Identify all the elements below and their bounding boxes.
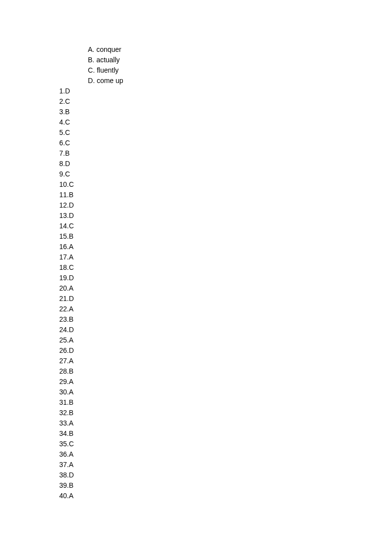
- answer-number: 24: [59, 326, 67, 334]
- option-letter: C: [88, 66, 93, 74]
- answer-number: 28: [59, 367, 67, 375]
- answer-number: 37: [59, 461, 67, 469]
- answer-letter: A: [69, 305, 73, 313]
- answer-item: 30.A: [59, 387, 123, 397]
- answer-number: 10: [59, 180, 67, 188]
- answer-item: 26.D: [59, 345, 123, 356]
- option-item: D. come up: [59, 76, 123, 86]
- answer-item: 38.D: [59, 470, 123, 480]
- answer-item: 28.B: [59, 366, 123, 377]
- answer-letter: A: [69, 253, 73, 261]
- answer-letter: C: [65, 118, 70, 126]
- answers-list: 1.D2.C3.B4.C5.C6.C7.B8.D9.C10.C11.B12.D1…: [59, 86, 123, 501]
- answer-number: 5: [59, 128, 63, 136]
- answer-letter: B: [69, 315, 73, 323]
- answer-item: 20.A: [59, 283, 123, 294]
- option-separator: .: [92, 56, 96, 64]
- answer-number: 40: [59, 492, 67, 500]
- answer-number: 14: [59, 222, 67, 230]
- answer-item: 14.C: [59, 221, 123, 231]
- option-separator: .: [93, 77, 97, 85]
- answer-item: 29.A: [59, 377, 123, 387]
- answer-letter: D: [69, 274, 74, 282]
- option-text: conquer: [96, 45, 121, 53]
- answer-item: 12.D: [59, 200, 123, 211]
- answer-letter: D: [65, 87, 70, 95]
- answer-letter: B: [69, 398, 73, 406]
- answer-number: 23: [59, 315, 67, 323]
- answer-number: 33: [59, 419, 67, 427]
- answer-item: 3.B: [59, 107, 123, 117]
- answer-letter: B: [65, 149, 70, 157]
- answer-letter: D: [65, 160, 70, 168]
- option-letter: D: [88, 77, 93, 85]
- answer-item: 32.B: [59, 408, 123, 418]
- answer-letter: A: [69, 388, 73, 396]
- answer-number: 20: [59, 284, 67, 292]
- answer-item: 10.C: [59, 179, 123, 190]
- option-item: A. conquer: [59, 44, 123, 55]
- answer-item: 31.B: [59, 397, 123, 408]
- answer-letter: C: [69, 180, 74, 188]
- answer-letter: B: [69, 409, 73, 417]
- answer-letter: A: [69, 284, 73, 292]
- option-separator: .: [93, 66, 97, 74]
- answer-item: 17.A: [59, 252, 123, 262]
- answer-letter: A: [69, 419, 73, 427]
- answer-number: 38: [59, 471, 67, 479]
- option-letter: B: [88, 56, 92, 64]
- answer-number: 2: [59, 97, 63, 105]
- answer-letter: B: [65, 108, 70, 116]
- option-item: C. fluently: [59, 65, 123, 76]
- answer-letter: C: [65, 170, 70, 178]
- answer-letter: C: [69, 263, 74, 271]
- answer-letter: D: [69, 326, 74, 334]
- answer-number: 39: [59, 481, 67, 489]
- answer-item: 11.B: [59, 190, 123, 200]
- answer-letter: A: [69, 461, 73, 469]
- answer-letter: A: [69, 492, 73, 500]
- answer-letter: C: [69, 222, 74, 230]
- answer-number: 27: [59, 357, 67, 365]
- answer-item: 33.A: [59, 418, 123, 428]
- answer-letter: A: [69, 450, 73, 458]
- answer-number: 6: [59, 139, 63, 147]
- answer-number: 22: [59, 305, 67, 313]
- answer-letter: B: [69, 232, 73, 240]
- answer-item: 40.A: [59, 491, 123, 501]
- answer-number: 15: [59, 232, 67, 240]
- answer-item: 18.C: [59, 262, 123, 273]
- option-separator: .: [92, 45, 96, 53]
- answer-letter: A: [69, 357, 73, 365]
- answer-number: 36: [59, 450, 67, 458]
- answer-number: 34: [59, 429, 67, 437]
- answer-item: 19.D: [59, 273, 123, 283]
- answer-item: 24.D: [59, 325, 123, 335]
- answer-item: 37.A: [59, 460, 123, 470]
- answer-item: 5.C: [59, 128, 123, 138]
- answer-item: 13.D: [59, 211, 123, 221]
- answer-letter: A: [69, 243, 73, 251]
- answer-item: 39.B: [59, 480, 123, 491]
- answer-letter: C: [65, 139, 70, 147]
- answer-number: 11: [59, 191, 67, 199]
- answer-number: 26: [59, 346, 67, 354]
- answer-number: 18: [59, 263, 67, 271]
- answer-number: 4: [59, 118, 63, 126]
- answer-item: 9.C: [59, 169, 123, 179]
- answer-item: 7.B: [59, 148, 123, 159]
- answer-letter: D: [69, 346, 74, 354]
- answer-letter: A: [69, 336, 73, 344]
- answer-item: 35.C: [59, 439, 123, 449]
- answer-item: 21.D: [59, 294, 123, 304]
- answer-item: 1.D: [59, 86, 123, 96]
- answer-number: 8: [59, 160, 63, 168]
- answer-item: 36.A: [59, 449, 123, 460]
- answer-number: 13: [59, 212, 67, 219]
- answer-item: 4.C: [59, 117, 123, 128]
- answer-number: 30: [59, 388, 67, 396]
- answer-letter: C: [65, 97, 70, 105]
- answer-number: 16: [59, 243, 67, 251]
- answer-number: 21: [59, 295, 67, 302]
- answer-letter: D: [69, 201, 74, 209]
